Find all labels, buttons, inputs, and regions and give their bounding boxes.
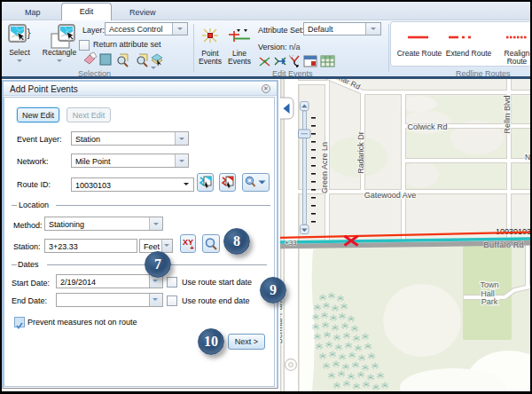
svg-text:Park: Park: [481, 297, 498, 306]
svg-text:Bermar Park: Bermar Park: [280, 298, 284, 343]
svg-text:Radarick Dr: Radarick Dr: [356, 131, 365, 174]
svg-text:Town: Town: [480, 280, 498, 289]
svg-text:10030103: 10030103: [496, 227, 530, 236]
svg-text:Buffalo Rd: Buffalo Rd: [483, 240, 524, 249]
svg-text:Green Acre Ln: Green Acre Ln: [320, 142, 329, 193]
svg-text:+33: +33: [285, 239, 297, 247]
svg-text:Colwick Rd: Colwick Rd: [407, 122, 447, 131]
svg-text:}: }: [27, 27, 31, 39]
svg-text:Gatewood Ave: Gatewood Ave: [364, 191, 416, 200]
svg-text:Rellm Blvd: Rellm Blvd: [503, 95, 512, 133]
